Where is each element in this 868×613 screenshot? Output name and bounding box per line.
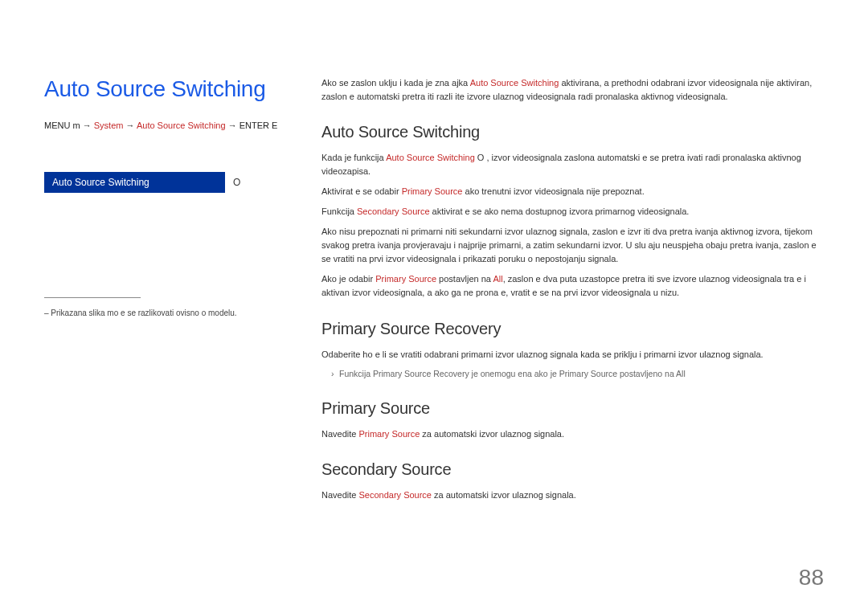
paragraph: Kada je funkcija Auto Source Switching O…: [321, 151, 824, 178]
section-primary-source: Primary Source: [321, 399, 824, 418]
paragraph: Navedite Secondary Source za automatski …: [321, 488, 824, 502]
section-primary-source-recovery: Primary Source Recovery: [321, 320, 824, 338]
paragraph: Aktivirat e se odabir Primary Source ako…: [321, 185, 824, 198]
term: Primary Source: [559, 369, 617, 378]
intro-paragraph: Ako se zaslon uklju i kada je zna ajka A…: [321, 76, 824, 104]
menu-setting-box: Auto Source Switching O: [44, 172, 265, 193]
page-title: Auto Source Switching: [44, 76, 293, 102]
paragraph: Funkcija Secondary Source aktivirat e se…: [321, 205, 824, 219]
menu-setting-value: O: [225, 172, 265, 193]
page-number: 88: [799, 565, 824, 591]
text: Ako se zaslon uklju i kada je zna ajka: [321, 78, 470, 88]
image-disclaimer: Prikazana slika mo e se razlikovati ovis…: [44, 308, 293, 319]
text: za automatski izvor ulaznog signala.: [420, 429, 564, 439]
divider: [44, 297, 141, 298]
term: Primary Source: [402, 186, 463, 196]
term: Primary Source: [375, 274, 436, 284]
menu-path-arrow: →: [123, 121, 137, 130]
text: Kada je funkcija: [321, 153, 386, 162]
text: Funkcija: [339, 369, 373, 378]
paragraph: Navedite Primary Source za automatski iz…: [321, 427, 824, 441]
menu-path-suffix: → ENTER E: [226, 121, 278, 130]
term: All: [676, 369, 686, 378]
text: postavljen na: [436, 274, 493, 284]
text: Funkcija: [321, 206, 357, 216]
text: Navedite: [321, 429, 358, 439]
term: Secondary Source: [357, 206, 430, 216]
menu-path-system: System: [94, 121, 124, 130]
text: Aktivirat e se odabir: [321, 186, 402, 196]
text: za automatski izvor ulaznog signala.: [432, 490, 576, 500]
paragraph: Odaberite ho e li se vratiti odabrani pr…: [321, 348, 824, 362]
menu-path: MENU m → System → Auto Source Switching …: [44, 120, 293, 132]
text: je onemogu ena ako je: [469, 369, 559, 378]
term: Primary Source Recovery: [373, 369, 469, 378]
text: ako trenutni izvor videosignala nije pre…: [462, 186, 644, 196]
menu-path-item: Auto Source Switching: [137, 121, 226, 130]
term: Secondary Source: [358, 490, 432, 500]
term: Primary Source: [358, 429, 420, 439]
text: aktivirat e se ako nema dostupnog izvora…: [430, 206, 690, 216]
text: Ako je odabir: [321, 274, 375, 284]
menu-path-prefix: MENU m →: [44, 121, 94, 130]
term: Auto Source Switching: [470, 78, 559, 88]
term: All: [493, 274, 502, 284]
section-auto-source-switching: Auto Source Switching: [321, 123, 824, 141]
text: Navedite: [321, 490, 358, 500]
paragraph: Ako nisu prepoznati ni primarni niti sek…: [321, 225, 824, 266]
menu-setting-label: Auto Source Switching: [44, 172, 225, 193]
section-secondary-source: Secondary Source: [321, 460, 824, 479]
term: Auto Source Switching: [386, 153, 475, 162]
text: postavljeno na: [617, 369, 676, 378]
paragraph: Ako je odabir Primary Source postavljen …: [321, 272, 824, 300]
note: Funkcija Primary Source Recovery je onem…: [331, 368, 824, 381]
